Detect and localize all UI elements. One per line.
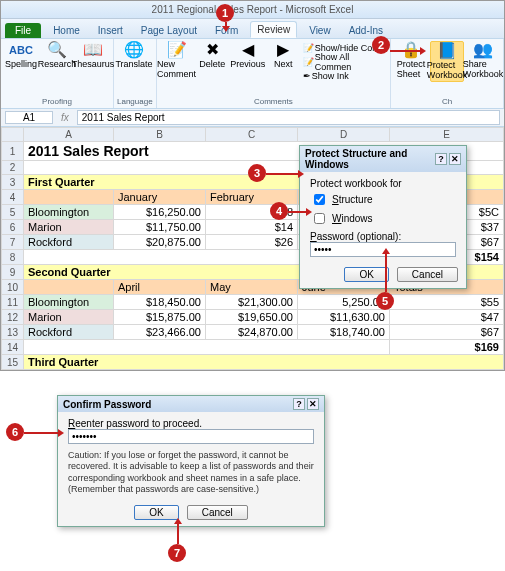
callout-2: 2 xyxy=(372,36,390,54)
group-label: Proofing xyxy=(4,97,110,106)
windows-checkbox[interactable]: Windows xyxy=(310,210,456,227)
group-label: Comments xyxy=(160,97,387,106)
group-language: 🌐Translate Language xyxy=(114,39,157,108)
password-label: Password (optional): xyxy=(310,231,456,242)
tab-home[interactable]: Home xyxy=(47,23,86,38)
thesaurus-button[interactable]: 📖Thesaurus xyxy=(76,41,110,70)
arrow-7 xyxy=(177,520,179,544)
abc-icon: ABC xyxy=(9,42,33,58)
cancel-button[interactable]: Cancel xyxy=(397,267,458,282)
tab-insert[interactable]: Insert xyxy=(92,23,129,38)
share-workbook-button[interactable]: 👥Share Workbook xyxy=(466,41,500,80)
next-icon: ▶ xyxy=(277,42,289,58)
research-icon: 🔍 xyxy=(47,42,67,58)
share-icon: 👥 xyxy=(473,42,493,58)
new-comment-button[interactable]: 📝New Comment xyxy=(160,41,194,80)
caution-note: Caution: If you lose or forget the passw… xyxy=(68,450,314,495)
dialog-title: Protect Structure and Windows xyxy=(305,148,435,170)
group-label: Language xyxy=(117,97,153,106)
research-button[interactable]: 🔍Research xyxy=(40,41,74,70)
close-icon[interactable]: ✕ xyxy=(307,398,319,410)
group-comments: 📝New Comment ✖Delete ◀Previous ▶Next 📝Sh… xyxy=(157,39,391,108)
help-icon[interactable]: ? xyxy=(435,153,447,165)
callout-6: 6 xyxy=(6,423,24,441)
group-proofing: ABCSpelling 🔍Research 📖Thesaurus Proofin… xyxy=(1,39,114,108)
formula-bar: A1 fx 2011 Sales Report xyxy=(1,109,504,127)
comment-icon: 📝 xyxy=(167,42,187,58)
ribbon-tabs: File Home Insert Page Layout Form Review… xyxy=(1,19,504,39)
callout-1: 1 xyxy=(216,4,234,22)
next-comment-button[interactable]: ▶Next xyxy=(267,41,300,70)
worksheet[interactable]: A B C D E 12011 Sales Report 2 3First Qu… xyxy=(1,127,504,370)
callout-4: 4 xyxy=(270,202,288,220)
ok-button[interactable]: OK xyxy=(344,267,388,282)
ink-icon: ✒ xyxy=(303,71,311,81)
confirm-password-input[interactable] xyxy=(68,429,314,444)
callout-7: 7 xyxy=(168,544,186,562)
tab-view[interactable]: View xyxy=(303,23,337,38)
window-title: 2011 Regional Sales Report - Microsoft E… xyxy=(152,4,354,15)
comment-icon: 📝 xyxy=(303,57,314,67)
tab-file[interactable]: File xyxy=(5,23,41,38)
show-ink-button[interactable]: ✒Show Ink xyxy=(302,69,387,83)
close-icon[interactable]: ✕ xyxy=(449,153,461,165)
delete-icon: ✖ xyxy=(206,42,219,58)
arrow-4 xyxy=(288,211,310,213)
name-box[interactable]: A1 xyxy=(5,111,53,124)
q3-header[interactable]: Third Quarter xyxy=(24,355,504,370)
dialog-title: Confirm Password xyxy=(63,399,151,410)
show-all-comments-button[interactable]: 📝Show All Commen xyxy=(302,55,387,69)
cancel-button[interactable]: Cancel xyxy=(187,505,248,520)
structure-checkbox[interactable]: SStructuretructure xyxy=(310,191,456,208)
protect-workbook-button[interactable]: 📘Protect Workbook xyxy=(430,41,464,82)
tab-page-layout[interactable]: Page Layout xyxy=(135,23,203,38)
col-headers: A B C D E xyxy=(2,128,504,142)
ok-button[interactable]: OK xyxy=(134,505,178,520)
arrow-1 xyxy=(225,22,227,30)
globe-icon: 🌐 xyxy=(124,42,144,58)
confirm-password-dialog: Confirm Password ?✕ Reenter password to … xyxy=(57,395,325,527)
prev-icon: ◀ xyxy=(242,42,254,58)
tab-review[interactable]: Review xyxy=(250,21,297,38)
group-label: Ch xyxy=(394,97,500,106)
callout-3: 3 xyxy=(248,164,266,182)
protect-structure-dialog: Protect Structure and Windows ?✕ Protect… xyxy=(299,145,467,289)
thesaurus-icon: 📖 xyxy=(83,42,103,58)
fx-icon[interactable]: fx xyxy=(61,112,69,123)
formula-input[interactable]: 2011 Sales Report xyxy=(77,110,500,125)
arrow-5 xyxy=(385,250,387,292)
callout-5: 5 xyxy=(376,292,394,310)
reenter-label: Reenter password to proceed. xyxy=(68,418,314,429)
comment-icon: 📝 xyxy=(303,43,314,53)
spelling-button[interactable]: ABCSpelling xyxy=(4,41,38,70)
delete-comment-button[interactable]: ✖Delete xyxy=(196,41,229,70)
excel-window: 2011 Regional Sales Report - Microsoft E… xyxy=(0,0,505,371)
title-bar: 2011 Regional Sales Report - Microsoft E… xyxy=(1,1,504,19)
arrow-2 xyxy=(390,50,424,52)
arrow-3 xyxy=(266,173,302,175)
previous-comment-button[interactable]: ◀Previous xyxy=(231,41,265,70)
protect-for-label: Protect workbook for xyxy=(310,178,456,189)
arrow-6 xyxy=(24,432,62,434)
translate-button[interactable]: 🌐Translate xyxy=(117,41,151,70)
book-lock-icon: 📘 xyxy=(437,43,457,59)
help-icon[interactable]: ? xyxy=(293,398,305,410)
